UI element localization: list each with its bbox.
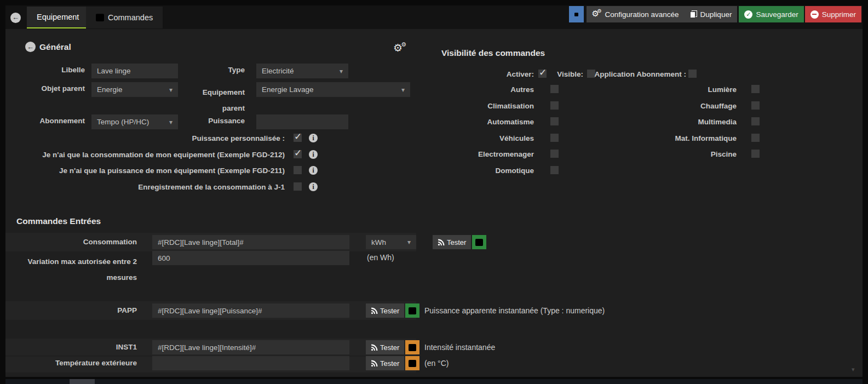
tab-equipement-label: Equipement [37, 13, 79, 21]
category-multimedia-checkbox[interactable] [751, 117, 760, 125]
documentation-button[interactable] [569, 6, 584, 22]
category-automatisme-label: Automatisme [389, 118, 534, 127]
delete-button[interactable]: Supprimer [805, 6, 861, 22]
papp-label: PAPP [5, 306, 137, 315]
puissance-personnalisee-label: Puissance personnalisée : [5, 134, 285, 143]
list-icon [409, 360, 416, 367]
consommation-unit-select[interactable]: kWh [366, 235, 416, 249]
equipement-parent-select[interactable]: Energie Lavage [256, 82, 410, 97]
papp-description: Puissance apparente instantanée (Type : … [424, 306, 605, 315]
puissance-only-label: Je n'ai que la puissance de mon équipeme… [5, 167, 285, 175]
tab-commandes[interactable]: Commandes [86, 7, 163, 28]
consommation-label: Consommation [5, 238, 137, 247]
type-select[interactable]: Electricité [256, 64, 348, 78]
variation-unit-hint: (en Wh) [367, 253, 394, 262]
consommation-test-button[interactable]: Tester [433, 235, 471, 249]
type-select-value: Electricité [262, 67, 294, 75]
temperature-exterieure-input[interactable] [152, 356, 349, 370]
tester-label: Tester [380, 359, 399, 368]
application-abonnement-checkbox[interactable] [688, 70, 697, 78]
equipment-settings-icon[interactable] [393, 44, 406, 54]
inst1-history-button[interactable] [405, 340, 419, 354]
category-electromenager-checkbox[interactable] [550, 150, 559, 158]
variation-max-input[interactable] [152, 251, 349, 265]
puissance-personnalisee-checkbox[interactable] [294, 134, 302, 142]
rss-icon [371, 344, 378, 351]
category-vehicules-label: Véhicules [389, 134, 534, 143]
topbar-actions: Configuration avancée Dupliquer Sauvegar… [569, 6, 861, 22]
category-piscine-label: Piscine [591, 150, 737, 159]
back-button[interactable] [5, 7, 26, 28]
visible-label: Visible: [526, 70, 583, 79]
objet-parent-label: Objet parent [5, 84, 85, 93]
tester-label: Tester [380, 343, 399, 352]
jeedom-equipment-page: Equipement Commandes Configuration avanc… [0, 0, 868, 384]
info-icon[interactable] [309, 150, 318, 159]
conso-only-checkbox[interactable] [294, 150, 302, 158]
save-button[interactable]: Sauvegarder [739, 6, 803, 22]
category-vehicules-checkbox[interactable] [550, 134, 559, 142]
rss-icon [371, 360, 378, 367]
inst1-input[interactable] [152, 340, 349, 354]
enregistrement-j1-label: Enregistrement de la consommation à J-1 [5, 183, 285, 192]
duplicate-button[interactable]: Dupliquer [685, 6, 738, 22]
category-mat-informatique-checkbox[interactable] [751, 134, 760, 142]
activer-label: Activer: [468, 70, 534, 79]
papp-input[interactable] [152, 303, 349, 318]
papp-history-button[interactable] [405, 303, 419, 318]
general-collapse-icon[interactable] [25, 42, 36, 52]
category-domotique-checkbox[interactable] [550, 166, 559, 174]
category-mat-informatique-label: Mat. Informatique [591, 134, 737, 143]
temperature-test-button[interactable]: Tester [366, 356, 404, 370]
inst1-test-button[interactable]: Tester [366, 340, 404, 354]
enregistrement-j1-checkbox[interactable] [294, 182, 302, 191]
objet-parent-select[interactable]: Energie [91, 82, 178, 97]
consommation-input[interactable] [152, 235, 349, 249]
abonnement-label: Abonnement [5, 117, 85, 125]
objet-parent-select-value: Energie [97, 85, 123, 94]
category-domotique-label: Domotique [389, 167, 534, 175]
tester-label: Tester [380, 307, 399, 315]
save-label: Sauvegarder [756, 10, 798, 19]
list-icon [409, 307, 416, 314]
category-climatisation-label: Climatisation [389, 102, 534, 111]
tester-label: Tester [447, 238, 466, 247]
visibility-section-title: Visibilité des commandes [441, 48, 545, 58]
duplicate-label: Dupliquer [700, 10, 732, 19]
doc-icon [574, 11, 578, 18]
conso-only-label: Je n'ai que la consommation de mon equip… [5, 151, 285, 159]
temperature-history-button[interactable] [405, 356, 419, 370]
category-automatisme-checkbox[interactable] [550, 117, 559, 125]
advanced-config-button[interactable]: Configuration avancée [587, 6, 685, 22]
category-chauffage-checkbox[interactable] [751, 101, 760, 110]
category-multimedia-label: Multimedia [591, 118, 737, 127]
consommation-unit-value: kWh [371, 238, 386, 247]
app-window: Equipement Commandes Configuration avanc… [5, 5, 863, 377]
category-chauffage-label: Chauffage [591, 102, 737, 111]
info-icon[interactable] [309, 134, 318, 142]
scrollbar-thumb[interactable] [70, 379, 95, 384]
copy-icon [690, 10, 697, 18]
category-climatisation-checkbox[interactable] [550, 101, 559, 110]
puissance-only-checkbox[interactable] [294, 166, 302, 174]
category-piscine-checkbox[interactable] [751, 150, 760, 158]
type-label: Type [142, 66, 245, 74]
equipement-parent-select-value: Energie Lavage [262, 85, 314, 94]
rss-icon [371, 307, 378, 314]
papp-test-button[interactable]: Tester [366, 303, 404, 318]
consommation-history-button[interactable] [472, 235, 486, 249]
puissance-input[interactable] [256, 114, 348, 129]
abonnement-select-value: Tempo (HP/HC) [97, 118, 149, 126]
category-autres-checkbox[interactable] [550, 85, 559, 93]
category-electromenager-label: Electromenager [389, 150, 534, 159]
info-icon[interactable] [309, 182, 318, 191]
tab-equipement[interactable]: Equipement [27, 7, 89, 28]
minus-circle-icon [810, 10, 819, 19]
info-icon[interactable] [309, 166, 318, 175]
horizontal-scrollbar[interactable] [5, 379, 863, 384]
tab-commandes-label: Commandes [108, 13, 153, 22]
commands-section-title: Commandes Entrées [16, 216, 101, 226]
inst1-description: Intensité instantanée [424, 343, 495, 352]
top-tab-bar: Equipement Commandes Configuration avanc… [5, 5, 863, 29]
category-lumiere-checkbox[interactable] [751, 85, 760, 93]
